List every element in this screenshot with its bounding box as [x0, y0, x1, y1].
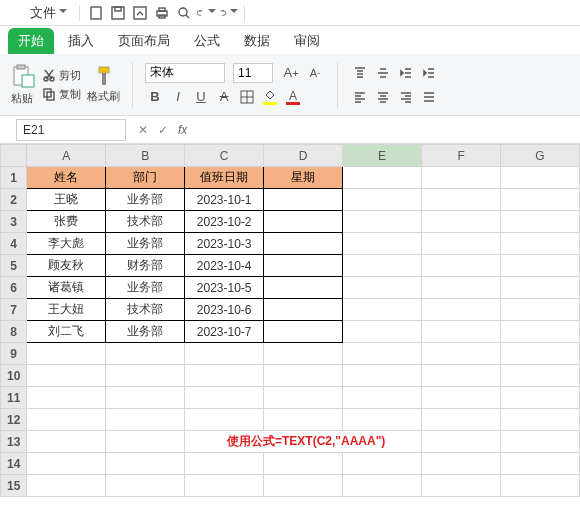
- cell-F12[interactable]: [422, 409, 501, 431]
- col-header-F[interactable]: F: [422, 145, 501, 167]
- cell-D2[interactable]: [264, 189, 343, 211]
- cell-B13[interactable]: [106, 431, 185, 453]
- cell-D9[interactable]: [264, 343, 343, 365]
- cell-D5[interactable]: [264, 255, 343, 277]
- cell-G14[interactable]: [501, 453, 580, 475]
- row-header-14[interactable]: 14: [1, 453, 27, 475]
- cell-D14[interactable]: [264, 453, 343, 475]
- col-header-E[interactable]: E: [343, 145, 422, 167]
- cell-E7[interactable]: [343, 299, 422, 321]
- cell-F10[interactable]: [422, 365, 501, 387]
- cut-button[interactable]: 剪切: [42, 68, 81, 83]
- row-header-2[interactable]: 2: [1, 189, 27, 211]
- accept-formula-icon[interactable]: ✓: [158, 123, 168, 137]
- cell-F1[interactable]: [422, 167, 501, 189]
- cell-F8[interactable]: [422, 321, 501, 343]
- cell-G1[interactable]: [501, 167, 580, 189]
- cell-G8[interactable]: [501, 321, 580, 343]
- cell-D3[interactable]: [264, 211, 343, 233]
- select-all-corner[interactable]: [1, 145, 27, 167]
- menu-icon[interactable]: [6, 3, 22, 23]
- copy-button[interactable]: 复制: [42, 87, 81, 102]
- cell-B3[interactable]: 技术部: [106, 211, 185, 233]
- cell-F15[interactable]: [422, 475, 501, 497]
- cell-B11[interactable]: [106, 387, 185, 409]
- font-color-button[interactable]: A: [283, 87, 303, 107]
- format-painter-button[interactable]: 格式刷: [87, 65, 120, 104]
- cell-B4[interactable]: 业务部: [106, 233, 185, 255]
- cell-B2[interactable]: 业务部: [106, 189, 185, 211]
- cell-B5[interactable]: 财务部: [106, 255, 185, 277]
- cell-C9[interactable]: [185, 343, 264, 365]
- cell-F6[interactable]: [422, 277, 501, 299]
- cell-E4[interactable]: [343, 233, 422, 255]
- cell-A15[interactable]: [27, 475, 106, 497]
- cell-D15[interactable]: [264, 475, 343, 497]
- cell-E14[interactable]: [343, 453, 422, 475]
- redo-icon[interactable]: [218, 3, 238, 23]
- cell-E12[interactable]: [343, 409, 422, 431]
- cell-B8[interactable]: 业务部: [106, 321, 185, 343]
- spreadsheet-grid[interactable]: ABCDEFG1姓名部门值班日期星期2王晓业务部2023-10-13张费技术部2…: [0, 144, 580, 497]
- increase-font-icon[interactable]: A+: [281, 63, 301, 83]
- cell-F4[interactable]: [422, 233, 501, 255]
- cell-F3[interactable]: [422, 211, 501, 233]
- cell-F13[interactable]: [422, 431, 501, 453]
- cell-A10[interactable]: [27, 365, 106, 387]
- cell-A8[interactable]: 刘二飞: [27, 321, 106, 343]
- paste-group[interactable]: 粘贴: [8, 63, 36, 106]
- tab-page-layout[interactable]: 页面布局: [108, 28, 180, 54]
- cell-D8[interactable]: [264, 321, 343, 343]
- cell-A13[interactable]: [27, 431, 106, 453]
- cell-C15[interactable]: [185, 475, 264, 497]
- cancel-formula-icon[interactable]: ✕: [138, 123, 148, 137]
- cell-C3[interactable]: 2023-10-2: [185, 211, 264, 233]
- cell-C7[interactable]: 2023-10-6: [185, 299, 264, 321]
- cell-E8[interactable]: [343, 321, 422, 343]
- cell-F11[interactable]: [422, 387, 501, 409]
- cell-F5[interactable]: [422, 255, 501, 277]
- file-menu[interactable]: 文件: [30, 4, 67, 22]
- cell-A1[interactable]: 姓名: [27, 167, 106, 189]
- cell-G13[interactable]: [501, 431, 580, 453]
- underline-button[interactable]: U: [191, 87, 211, 107]
- cell-C8[interactable]: 2023-10-7: [185, 321, 264, 343]
- row-header-7[interactable]: 7: [1, 299, 27, 321]
- font-size-select[interactable]: [233, 63, 273, 83]
- cell-F9[interactable]: [422, 343, 501, 365]
- tab-start[interactable]: 开始: [8, 28, 54, 54]
- cell-G7[interactable]: [501, 299, 580, 321]
- tab-data[interactable]: 数据: [234, 28, 280, 54]
- cell-B7[interactable]: 技术部: [106, 299, 185, 321]
- cell-G6[interactable]: [501, 277, 580, 299]
- cell-F14[interactable]: [422, 453, 501, 475]
- cell-B10[interactable]: [106, 365, 185, 387]
- cell-G4[interactable]: [501, 233, 580, 255]
- cell-A12[interactable]: [27, 409, 106, 431]
- cell-E10[interactable]: [343, 365, 422, 387]
- cell-E2[interactable]: [343, 189, 422, 211]
- decrease-font-icon[interactable]: A-: [305, 63, 325, 83]
- cell-A14[interactable]: [27, 453, 106, 475]
- outdent-icon[interactable]: [396, 63, 416, 83]
- cell-C11[interactable]: [185, 387, 264, 409]
- cell-D6[interactable]: [264, 277, 343, 299]
- cell-F2[interactable]: [422, 189, 501, 211]
- row-header-3[interactable]: 3: [1, 211, 27, 233]
- row-header-10[interactable]: 10: [1, 365, 27, 387]
- cell-C14[interactable]: [185, 453, 264, 475]
- cell-G12[interactable]: [501, 409, 580, 431]
- cell-E11[interactable]: [343, 387, 422, 409]
- cell-G3[interactable]: [501, 211, 580, 233]
- bold-button[interactable]: B: [145, 87, 165, 107]
- tab-insert[interactable]: 插入: [58, 28, 104, 54]
- cell-B15[interactable]: [106, 475, 185, 497]
- italic-button[interactable]: I: [168, 87, 188, 107]
- tab-review[interactable]: 审阅: [284, 28, 330, 54]
- cell-D7[interactable]: [264, 299, 343, 321]
- cell-E3[interactable]: [343, 211, 422, 233]
- align-right-icon[interactable]: [396, 87, 416, 107]
- row-header-15[interactable]: 15: [1, 475, 27, 497]
- cell-G5[interactable]: [501, 255, 580, 277]
- border-button[interactable]: [237, 87, 257, 107]
